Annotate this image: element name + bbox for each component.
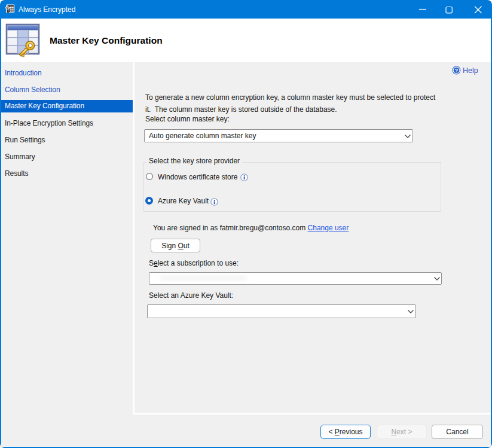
svg-text:?: ? — [455, 67, 459, 74]
